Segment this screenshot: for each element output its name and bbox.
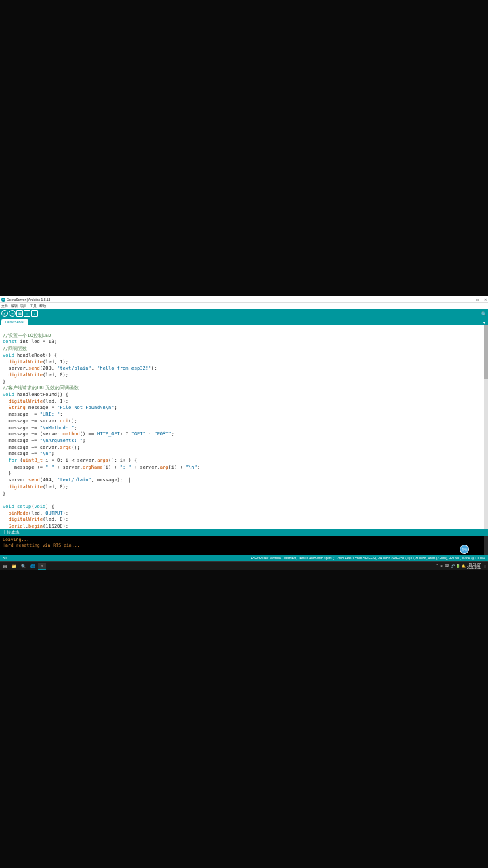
titlebar[interactable]: ∞ DemoServer | Arduino 1.8.13 — □ ✕ — [0, 296, 488, 303]
serial-monitor-button[interactable]: 🔍 — [480, 310, 487, 317]
output-console[interactable]: Leaving... Hard resetting via RTS pin...… — [0, 536, 488, 555]
console-line: Leaving... — [3, 537, 29, 542]
open-button[interactable]: ↑ — [24, 310, 30, 317]
tray-volume-icon[interactable]: 🕪 — [440, 564, 443, 568]
tray-overflow-icon[interactable]: ˄ — [436, 564, 439, 568]
maximize-button[interactable]: □ — [476, 298, 479, 302]
start-button[interactable]: ⊞ — [1, 563, 8, 570]
editor-scrollbar[interactable] — [484, 325, 488, 529]
console-line: Hard resetting via RTS pin... — [3, 542, 80, 548]
tray-network-icon[interactable]: 🔗 — [451, 564, 455, 568]
editor-scroll-thumb[interactable] — [484, 325, 488, 379]
save-button[interactable]: ↓ — [31, 310, 38, 317]
console-scrollbar[interactable] — [484, 536, 488, 555]
footer-bar: 30 ESP32 Dev Module, Disabled, Default 4… — [0, 555, 488, 561]
menu-help[interactable]: 帮助 — [39, 304, 46, 308]
upload-button[interactable]: → — [9, 310, 16, 317]
menubar: 文件 编辑 项目 工具 帮助 — [0, 303, 488, 309]
minimize-button[interactable]: — — [468, 298, 471, 302]
tray-notification-icon[interactable]: 🔔 — [462, 564, 466, 568]
sketch-tab[interactable]: DemoServer — [1, 319, 28, 325]
arduino-ide-window: ∞ DemoServer | Arduino 1.8.13 — □ ✕ 文件 编… — [0, 296, 488, 561]
taskbar-file-explorer-icon[interactable]: 📁 — [9, 563, 18, 570]
tray-ime-icon[interactable]: ⌨ — [445, 564, 449, 568]
menu-edit[interactable]: 编辑 — [11, 304, 18, 308]
new-button[interactable]: ▦ — [16, 310, 23, 317]
windows-taskbar[interactable]: ⊞ 📁 🔍 🌐 ∞ ˄ 🕪 ⌨ 🔗 🔋 🔔 19:52:07 2021/1/31… — [0, 561, 488, 570]
taskbar-clock[interactable]: 19:52:07 2021/1/31 — [467, 563, 482, 570]
menu-tools[interactable]: 工具 — [30, 304, 37, 308]
tab-menu-button[interactable]: ▾ — [482, 320, 487, 325]
tabbar: DemoServer ▾ — [0, 318, 488, 325]
taskbar-browser-icon[interactable]: 🌐 — [28, 563, 37, 570]
status-bar: 上传成功。 — [0, 529, 488, 536]
system-tray[interactable]: ˄ 🕪 ⌨ 🔗 🔋 🔔 — [436, 564, 466, 568]
taskbar-search-icon[interactable]: 🔍 — [19, 563, 27, 570]
toolbar: ✓ → ▦ ↑ ↓ 🔍 — [0, 309, 488, 318]
show-desktop-button[interactable]: ▯ — [483, 564, 487, 568]
status-text: 上传成功。 — [3, 530, 23, 536]
floating-assist-button[interactable]: 自动 — [460, 545, 469, 554]
close-button[interactable]: ✕ — [484, 298, 487, 302]
window-title: DemoServer | Arduino 1.8.13 — [7, 298, 50, 302]
menu-sketch[interactable]: 项目 — [20, 304, 27, 308]
tray-battery-icon[interactable]: 🔋 — [456, 564, 460, 568]
verify-button[interactable]: ✓ — [1, 310, 8, 317]
taskbar-arduino-icon[interactable]: ∞ — [38, 563, 46, 570]
code-editor[interactable]: //设置一个IO控制LED const int led = 13; //回调函数… — [0, 325, 488, 529]
arduino-logo-icon: ∞ — [1, 298, 5, 302]
menu-file[interactable]: 文件 — [1, 304, 8, 308]
board-info: ESP32 Dev Module, Disabled, Default 4MB … — [251, 556, 485, 560]
